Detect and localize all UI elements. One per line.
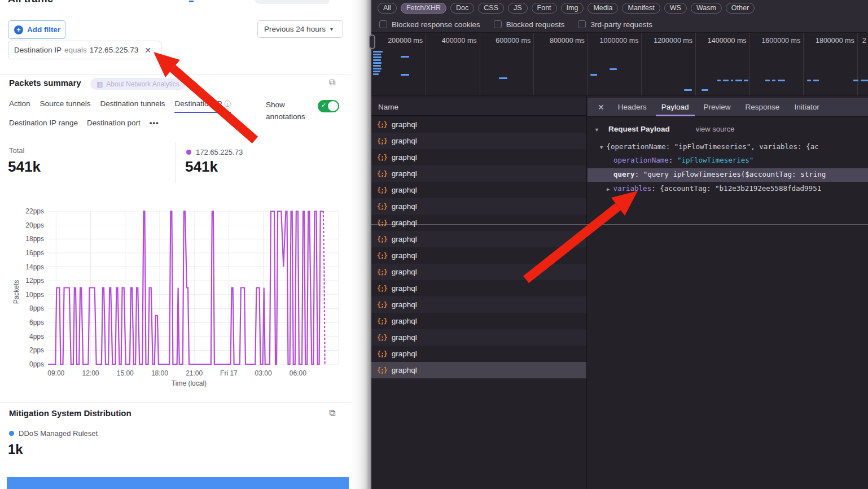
details-tab-headers[interactable]: Headers (612, 98, 652, 116)
request-row[interactable]: {;}graphql (371, 182, 586, 198)
waterfall-mark (765, 80, 770, 81)
request-row[interactable]: {;}graphql (371, 296, 586, 313)
request-row[interactable]: {;}graphql (371, 133, 586, 149)
waterfall-mark (772, 80, 775, 81)
checkbox-icon[interactable] (379, 20, 387, 28)
request-row[interactable]: {;}graphql (371, 247, 586, 264)
summary-tab-destination-tunnels[interactable]: Destination tunnels (100, 99, 165, 113)
waterfall-mark (861, 80, 868, 81)
details-tab-preview[interactable]: Preview (698, 98, 737, 116)
waterfall-mark (702, 89, 708, 91)
more-tabs-icon[interactable]: ••• (150, 119, 159, 127)
request-row[interactable]: {;}graphql (371, 313, 586, 329)
filter-operator: equals (64, 46, 87, 54)
caret-down-icon[interactable]: ▼ (600, 145, 603, 150)
json-braces-icon: {;} (377, 121, 387, 129)
series-dot-icon (186, 150, 191, 155)
add-filter-button[interactable]: + Add filter (8, 20, 65, 39)
expand-panel-icon[interactable]: ⧉ (329, 408, 335, 418)
filter-pill-ws[interactable]: WS (664, 3, 687, 14)
json-braces-icon: {;} (377, 366, 387, 374)
details-tab-bar: ✕ HeadersPayloadPreviewResponseInitiator (588, 98, 868, 117)
summary-tab-destination-port[interactable]: Destination port (87, 119, 141, 127)
about-network-analytics-badge[interactable]: ▥ About Network Analytics (90, 78, 186, 90)
chart-y-axis-label: Packets (12, 280, 20, 304)
checkbox-blocked-requests[interactable]: Blocked requests (494, 20, 565, 29)
json-braces-icon: {;} (377, 186, 387, 194)
summary-tab-source-tunnels[interactable]: Source tunnels (40, 99, 91, 113)
remove-filter-icon[interactable]: ✕ (144, 46, 151, 55)
details-tab-payload[interactable]: Payload (656, 98, 695, 116)
summary-tabs-row2: Destination IP rangeDestination port••• (9, 119, 159, 127)
time-range-dropdown[interactable]: Previous 24 hours ▾ (257, 20, 343, 38)
waterfall-mark (813, 80, 819, 81)
summary-tabs-row1: ActionSource tunnelsDestination tunnelsD… (9, 99, 231, 113)
filter-pill-font[interactable]: Font (532, 3, 557, 14)
name-column-header[interactable]: Name (371, 98, 586, 116)
summary-tab-action[interactable]: Action (9, 99, 30, 113)
info-icon: ⓘ (224, 100, 231, 108)
chevron-down-icon: ▾ (330, 26, 333, 32)
payload-variables-line[interactable]: ▶variables: {accountTag: "b12e3b2192ee55… (607, 184, 821, 193)
timeline-scroll-handle[interactable] (369, 34, 375, 49)
filter-pill-manifest[interactable]: Manifest (622, 3, 660, 14)
filter-pill-css[interactable]: CSS (478, 3, 504, 14)
checkbox-icon[interactable] (578, 20, 586, 28)
request-row[interactable]: {;}graphql (371, 280, 586, 296)
json-braces-icon: {;} (377, 285, 387, 292)
payload-query-line[interactable]: query: "query ipFlowTimeseries($accountT… (613, 170, 826, 178)
request-row[interactable]: {;}graphql (371, 231, 586, 247)
waterfall-mark (499, 77, 507, 79)
view-source-link[interactable]: view source (696, 125, 735, 133)
filter-pill-all[interactable]: All (378, 3, 397, 14)
stat-ip-value: 541k (185, 158, 218, 176)
close-icon[interactable]: ✕ (593, 103, 609, 112)
waterfall-mark (373, 51, 383, 53)
request-row[interactable]: {;}graphql (371, 198, 586, 215)
filter-pill-other[interactable]: Other (726, 3, 755, 14)
filter-pill-img[interactable]: Img (561, 3, 584, 14)
network-overview-timeline[interactable]: 200000 ms400000 ms600000 ms800000 ms1000… (371, 33, 868, 96)
caret-right-icon[interactable]: ▶ (607, 186, 610, 192)
checkbox-3rd-party-requests[interactable]: 3rd-party requests (578, 20, 652, 29)
json-braces-icon: {;} (377, 203, 387, 211)
book-icon: ▥ (97, 80, 103, 88)
filter-field: Destination IP (14, 46, 62, 54)
expand-panel-icon[interactable]: ⧉ (329, 77, 335, 88)
request-row[interactable]: {;}graphql (371, 116, 586, 133)
filter-pill-wasm[interactable]: Wasm (691, 3, 722, 14)
request-row[interactable]: {;}graphql (371, 165, 586, 182)
clock-icon: ◷ (187, 78, 194, 87)
summary-tab-destination-ip-range[interactable]: Destination IP range (9, 119, 78, 127)
page-title: All traffic (8, 0, 132, 6)
summary-tab-destination-ip[interactable]: Destination IPⓘ (174, 99, 231, 113)
waterfall-mark (373, 68, 382, 69)
waterfall-mark (778, 80, 785, 81)
json-braces-icon: {;} (377, 235, 387, 243)
request-row[interactable]: {;}graphql (371, 329, 586, 346)
filter-pill-media[interactable]: Media (588, 3, 618, 14)
filter-chip[interactable]: Destination IP equals 172.65.225.73 ✕ (8, 41, 161, 59)
request-row[interactable]: {;}graphql (371, 215, 586, 231)
request-row[interactable]: {;}graphql (371, 346, 586, 362)
details-tab-initiator[interactable]: Initiator (788, 98, 825, 116)
filter-pill-fetch-xhr[interactable]: Fetch/XHR (401, 3, 446, 14)
details-tab-response[interactable]: Response (740, 98, 786, 116)
request-row[interactable]: {;}graphql (371, 264, 586, 280)
request-row[interactable]: {;}graphql (371, 149, 586, 165)
show-annotations-toggle[interactable]: ✓ (318, 100, 339, 112)
checkbox-icon[interactable] (494, 20, 502, 28)
filter-pill-js[interactable]: JS (508, 3, 528, 14)
stat-total-label: Total (9, 146, 24, 155)
mitigation-bar (7, 477, 349, 489)
checkbox-blocked-response-cookies[interactable]: Blocked response cookies (379, 20, 480, 29)
request-row[interactable]: {;}graphql (371, 362, 586, 378)
request-filter-checkboxes: Blocked response cookiesBlocked requests… (371, 16, 868, 33)
filter-pill-doc[interactable]: Doc (450, 3, 474, 14)
top-clipped-tab (255, 0, 330, 4)
caret-down-icon[interactable]: ▼ (594, 127, 599, 133)
payload-summary-line[interactable]: ▼{operationName: "ipFlowTimeseries", var… (600, 142, 819, 151)
filter-value: 172.65.225.73 (90, 46, 138, 54)
chart-canvas (0, 203, 352, 390)
stat-divider (175, 142, 176, 183)
